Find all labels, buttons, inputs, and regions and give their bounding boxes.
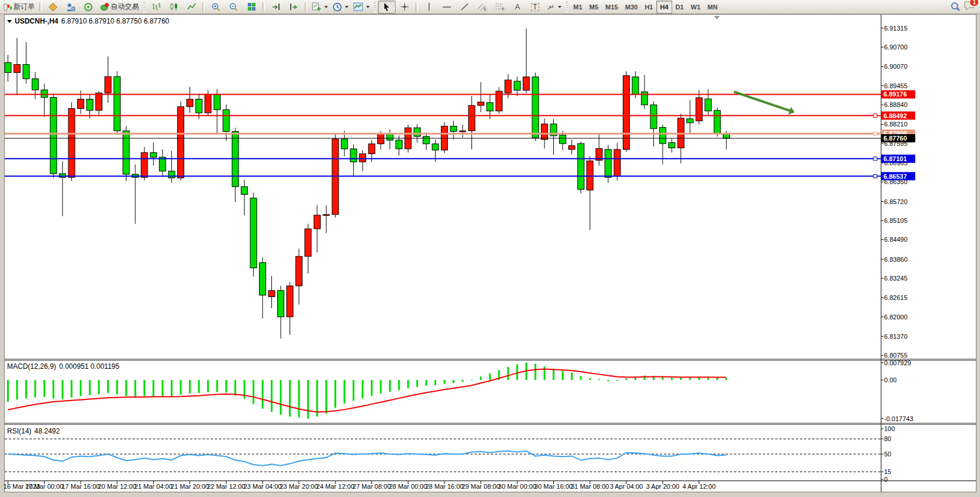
candle-body	[141, 152, 148, 177]
timeframe-button-m30[interactable]: M30	[622, 1, 641, 14]
time-tick-label: 4 Apr 12:00	[683, 483, 716, 490]
macd-histogram-bar	[426, 380, 427, 386]
price-tick-label: 6.88840	[884, 101, 908, 108]
timeframe-button-m5[interactable]: M5	[586, 1, 602, 14]
timeframe-button-m15[interactable]: M15	[602, 1, 622, 14]
candle-body	[450, 126, 457, 132]
crosshair-icon	[400, 2, 409, 11]
equidistant-channel-tool-button[interactable]: E	[473, 1, 491, 14]
macd-histogram-bar	[407, 380, 409, 388]
new-chart-button[interactable]	[310, 1, 330, 14]
time-tick-label: 23 Mar 20:00	[280, 483, 318, 490]
rsi-axis-label: 15	[884, 468, 891, 475]
trendline-icon	[460, 2, 469, 11]
candle-body	[350, 149, 357, 162]
price-tick-label: 6.85720	[884, 198, 908, 205]
timeframe-button-w1[interactable]: W1	[687, 1, 705, 14]
macd-histogram-bar	[571, 372, 573, 380]
candle-body	[723, 134, 730, 138]
candle-body	[314, 215, 320, 229]
crosshair-tool-button[interactable]	[396, 1, 413, 14]
macd-histogram-bar	[71, 380, 72, 398]
auto-scroll-button[interactable]	[267, 1, 285, 14]
toolbar-grip	[566, 2, 568, 12]
candlestick-chart-icon	[170, 2, 178, 11]
macd-histogram-bar	[298, 380, 300, 418]
candle-body	[659, 128, 666, 144]
trendline-tool-button[interactable]	[456, 1, 473, 14]
macd-histogram-bar	[562, 371, 563, 380]
fibonacci-tool-button[interactable]: F	[491, 1, 509, 14]
macd-histogram-bar	[7, 380, 9, 402]
line-handle[interactable]	[873, 175, 877, 178]
macd-histogram-bar	[271, 380, 273, 412]
time-tick-label: 21 Mar 20:00	[171, 483, 209, 490]
time-tick-label: 20 Mar 12:00	[98, 483, 136, 490]
templates-icon	[353, 2, 363, 11]
rsi-axis-label: 100	[884, 425, 895, 432]
macd-histogram-bar	[334, 380, 336, 408]
autotrading-button[interactable]: 自动交易	[97, 1, 141, 14]
candle-body	[150, 152, 157, 157]
bar-chart-button[interactable]	[147, 1, 165, 14]
vertical-line-tool-button[interactable]	[420, 1, 438, 14]
text-label-tool-icon: T	[531, 3, 539, 11]
macd-label-bar: MACD(12,26,9) 0.000951 0.001195	[7, 362, 119, 371]
candle-body	[250, 198, 257, 268]
candle-body	[341, 139, 348, 149]
horizontal-line-tool-button[interactable]	[438, 1, 456, 14]
market-button[interactable]	[44, 1, 62, 14]
timeframe-button-m1[interactable]: M1	[570, 1, 586, 14]
price-tick-label: 6.84490	[884, 236, 908, 243]
navigator-button[interactable]	[62, 1, 79, 14]
candle-body	[669, 142, 675, 148]
candle-body	[505, 80, 511, 93]
signals-button[interactable]	[79, 1, 97, 14]
zoom-out-button[interactable]	[225, 1, 242, 14]
timeframe-button-h4[interactable]: H4	[656, 1, 672, 14]
macd-histogram-bar	[253, 380, 254, 404]
candle-body	[360, 154, 366, 162]
macd-histogram-bar	[726, 378, 727, 380]
macd-histogram-bar	[144, 380, 145, 396]
zoom-in-button[interactable]	[207, 1, 225, 14]
collapse-arrow-icon[interactable]	[7, 20, 12, 23]
chart-shift-marker[interactable]	[714, 16, 720, 19]
main-toolbar: 新订单 自动交易	[0, 0, 980, 14]
line-handle[interactable]	[873, 157, 877, 161]
chart-shift-icon	[289, 2, 298, 11]
chart-shift-button[interactable]	[285, 1, 303, 14]
cursor-tool-button[interactable]	[378, 1, 396, 14]
line-chart-button[interactable]	[182, 1, 200, 14]
templates-button[interactable]	[351, 1, 372, 14]
price-line-tag-label: 6.87101	[883, 155, 907, 162]
rsi-line	[8, 451, 727, 466]
timeframe-button-h1[interactable]: H1	[641, 1, 656, 14]
periods-button[interactable]	[330, 1, 351, 14]
toolbar-grip	[374, 2, 376, 12]
text-tool-button[interactable]: A	[509, 1, 526, 14]
rsi-indicator-label: RSI(14)	[7, 427, 31, 435]
new-order-button[interactable]: 新订单	[1, 1, 37, 14]
timeframe-button-d1[interactable]: D1	[672, 1, 687, 14]
candlestick-chart-button[interactable]	[165, 1, 182, 14]
candle-body	[241, 186, 248, 194]
candle-body	[714, 111, 720, 134]
macd-histogram-bar	[52, 380, 54, 398]
macd-histogram-bar	[398, 380, 400, 390]
candle-body	[523, 77, 530, 91]
line-handle[interactable]	[873, 132, 877, 135]
separator	[305, 2, 307, 12]
price-line-tag-label: 6.87760	[883, 135, 907, 142]
macd-histogram-bar	[607, 380, 609, 381]
line-handle[interactable]	[873, 114, 877, 118]
chat-button[interactable]: 1	[964, 1, 975, 13]
search-icon[interactable]	[951, 2, 961, 12]
macd-histogram-bar	[553, 369, 554, 380]
macd-histogram-bar	[598, 379, 600, 380]
time-tick-label: 30 Mar 00:00	[498, 483, 536, 490]
text-label-tool-button[interactable]: T	[526, 1, 544, 14]
arrows-tool-button[interactable]	[544, 1, 564, 14]
tile-windows-button[interactable]	[242, 1, 260, 14]
timeframe-button-mn[interactable]: MN	[704, 1, 721, 14]
